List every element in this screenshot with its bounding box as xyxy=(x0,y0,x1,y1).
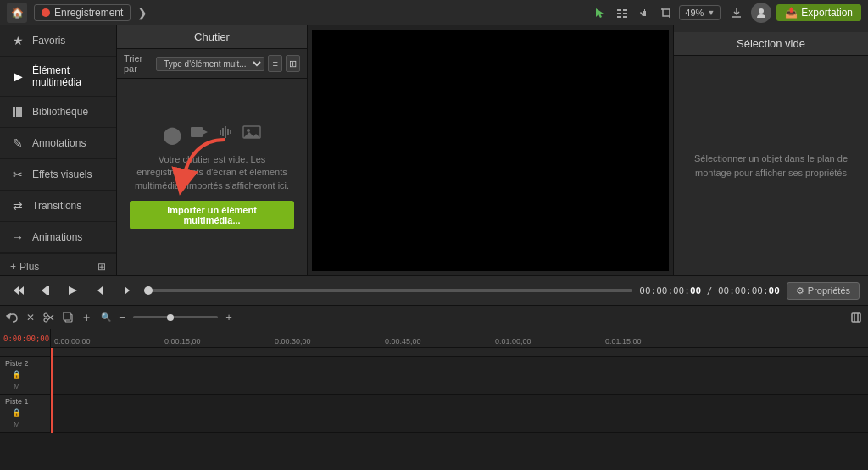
record-label: Enregistrement xyxy=(54,7,123,19)
sidebar-label-annotations: Annotations xyxy=(32,137,86,149)
gear-icon: ⚙ xyxy=(796,285,804,296)
zoom-in-button[interactable]: + xyxy=(221,310,236,325)
expand-timeline-button[interactable] xyxy=(849,310,864,325)
selection-body: Sélectionner un objet dans le plan de mo… xyxy=(674,56,868,275)
sidebar-item-annotations[interactable]: ✎ Annotations xyxy=(0,128,116,159)
sidebar-item-favoris[interactable]: ★ Favoris xyxy=(0,25,116,57)
download-button[interactable] xyxy=(727,3,746,22)
svg-rect-5 xyxy=(617,16,621,18)
selection-panel: Sélection vide Sélectionner un objet dan… xyxy=(673,25,868,275)
svg-rect-2 xyxy=(623,9,627,11)
hand-tool[interactable] xyxy=(635,3,654,22)
delete-button[interactable]: ✕ xyxy=(23,310,38,325)
more-label: Plus xyxy=(19,261,39,273)
effects-icon: ✂ xyxy=(10,167,25,182)
undo-button[interactable] xyxy=(4,310,19,325)
track2-controls: Piste 2 🔒 M xyxy=(5,359,29,391)
play-button[interactable] xyxy=(63,280,83,301)
track-row-piste1[interactable] xyxy=(51,395,868,433)
home-button[interactable]: 🏠 xyxy=(7,3,27,23)
grid-view-btn[interactable]: ⊞ xyxy=(286,55,300,72)
sidebar-item-animations[interactable]: → Animations xyxy=(0,222,116,253)
sidebar-more[interactable]: + Plus ⊞ xyxy=(0,253,116,279)
timeline-header-left: 0:00:00;00 xyxy=(0,329,51,347)
zoom-control[interactable]: 49% ▼ xyxy=(679,5,721,20)
timeline-ruler: 0:00:00;00 0:00:15;00 0:00:30;00 0:00:45… xyxy=(54,329,868,347)
more-icon: + xyxy=(10,261,16,273)
record-indicator[interactable]: Enregistrement xyxy=(34,4,131,21)
cursor-tool[interactable] xyxy=(591,3,609,22)
svg-rect-6 xyxy=(623,16,627,18)
list-view-btn[interactable]: ≡ xyxy=(268,55,282,72)
track1-mute-icon[interactable]: M xyxy=(12,419,22,429)
playhead-line xyxy=(51,348,53,433)
sidebar-item-multimedia[interactable]: ▶ Élément multimédia xyxy=(0,57,116,97)
transitions-icon: ⇄ xyxy=(10,198,25,213)
sidebar-label-favoris: Favoris xyxy=(32,35,65,47)
properties-button[interactable]: ⚙ Propriétés xyxy=(787,282,860,300)
add-track-button[interactable]: + xyxy=(79,310,94,325)
step-back-button[interactable] xyxy=(36,280,56,301)
properties-label: Propriétés xyxy=(808,285,850,296)
zoom-slider[interactable] xyxy=(133,316,218,318)
sidebar-label-multimedia: Élément multimédia xyxy=(32,64,106,88)
timeline-header-right: 0:00:00;00 0:00:15;00 0:00:30;00 0:00:45… xyxy=(51,329,868,347)
crop-tool[interactable] xyxy=(657,3,676,22)
next-frame-button[interactable] xyxy=(117,280,137,301)
svg-rect-3 xyxy=(617,13,621,14)
topbar-right: 📤 Exportation xyxy=(727,3,861,23)
time-current: 00:00:00: xyxy=(639,285,690,296)
sidebar-label-animations: Animations xyxy=(32,231,82,243)
track2-mute-icon[interactable]: M xyxy=(12,381,22,391)
main-area: ★ Favoris ▶ Élément multimédia Bibliothè… xyxy=(0,25,868,275)
track-row-piste2[interactable] xyxy=(51,357,868,395)
time-current-frames: 00 xyxy=(690,285,701,296)
svg-point-27 xyxy=(44,313,47,317)
svg-point-17 xyxy=(247,129,250,132)
copy-button[interactable] xyxy=(60,310,75,325)
sidebar-item-bibliotheque[interactable]: Bibliothèque xyxy=(0,97,116,128)
user-avatar[interactable] xyxy=(751,3,771,23)
svg-rect-1 xyxy=(617,9,621,11)
sort-select[interactable]: Type d'élément mult... Nom Date xyxy=(156,57,264,71)
prev-frame-button[interactable] xyxy=(90,280,110,301)
track-top-spacer xyxy=(51,348,868,357)
svg-rect-11 xyxy=(13,107,15,117)
track1-lock-icon[interactable]: 🔒 xyxy=(12,407,22,417)
svg-rect-4 xyxy=(623,13,627,14)
svg-marker-21 xyxy=(42,286,47,295)
export-button[interactable]: 📤 Exportation xyxy=(776,4,861,21)
playback-progress[interactable] xyxy=(144,289,632,292)
zoom-dropdown-icon[interactable]: ▼ xyxy=(707,8,715,17)
tracks-content xyxy=(51,348,868,433)
zoom-out-button[interactable]: − xyxy=(114,310,130,325)
chutier-empty-text: Votre chutier est vide. Les enregistreme… xyxy=(130,153,294,192)
scissor-button[interactable] xyxy=(42,310,57,325)
multitrack-tool[interactable] xyxy=(613,3,632,22)
svg-marker-26 xyxy=(7,314,10,318)
svg-rect-22 xyxy=(47,286,49,295)
playhead-time-header: 0:00:00;00 xyxy=(3,335,49,343)
ruler-mark-30: 0:00:30;00 xyxy=(275,337,311,346)
sidebar: ★ Favoris ▶ Élément multimédia Bibliothè… xyxy=(0,25,117,275)
timeline-controls: ✕ + 🔍 − + xyxy=(0,306,868,329)
record-type-icon: ⬤ xyxy=(163,124,181,145)
zoom-thumb[interactable] xyxy=(167,314,174,321)
svg-marker-25 xyxy=(125,286,130,295)
svg-marker-24 xyxy=(97,286,103,295)
sidebar-item-transitions[interactable]: ⇄ Transitions xyxy=(0,191,116,222)
track2-lock-icon[interactable]: 🔒 xyxy=(12,369,22,379)
breadcrumb-arrow: ❯ xyxy=(137,6,147,19)
svg-rect-14 xyxy=(191,127,203,137)
svg-point-28 xyxy=(44,318,47,322)
star-icon: ★ xyxy=(10,33,25,48)
toolbar-tools: 49% ▼ xyxy=(591,3,721,22)
sidebar-item-effets[interactable]: ✂ Effets visuels xyxy=(0,159,116,191)
ruler-mark-0: 0:00:00;00 xyxy=(54,337,91,346)
transport-bar: 00:00:00:00 / 00:00:00:00 ⚙ Propriétés xyxy=(0,275,868,306)
play-icon: ▶ xyxy=(10,69,25,84)
import-media-button[interactable]: Importer un élément multimédia... xyxy=(130,201,294,229)
playback-thumb[interactable] xyxy=(144,286,153,295)
svg-point-10 xyxy=(759,8,764,14)
rewind-button[interactable] xyxy=(8,280,29,301)
